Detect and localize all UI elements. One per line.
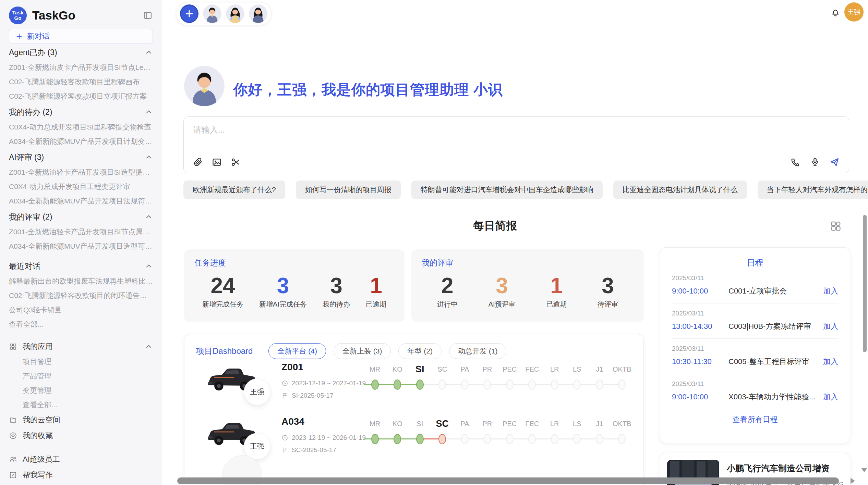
sidebar-item[interactable]: 我的云空间 [9,412,153,428]
join-link[interactable]: 加入 [823,321,838,332]
scissors-icon[interactable] [230,157,241,167]
sidebar-sub-item[interactable]: 项目管理 [9,355,153,369]
flag-icon [281,447,288,453]
sidebar-list-item[interactable]: Z001-全新燃油皮卡产品开发项目SI节点Lesson Learn报告 [9,60,153,75]
project-row[interactable]: 王强Z0012023-12-19 ~ 2027-01-19SI-2025-05-… [184,360,643,413]
milestone-dot [438,380,446,390]
send-icon[interactable] [829,157,840,167]
chevron-up-icon[interactable] [145,108,153,116]
milestone-step: MR [364,416,386,454]
sidebar-item[interactable]: 创意制图 [9,483,153,485]
sidebar-list-item[interactable]: 查看全部... [9,317,153,332]
sidebar-list-item[interactable]: A034-全新新能源MUV产品开发项目造型可行性评审 [9,239,153,253]
milestone-dot [371,434,379,444]
sidebar-item-my-apps[interactable]: 我的应用 [9,339,153,355]
milestone-dot [528,380,536,390]
sidebar-list-item[interactable]: Z001-全新燃油轻卡产品开发项目SI造型提交物评审 [9,165,153,179]
sidebar-section-header[interactable]: 最近对话 [9,258,153,274]
chevron-up-icon[interactable] [145,262,153,270]
sidebar-list-item[interactable]: 公司Q3轻卡销量 [9,303,153,317]
logo-line2: Go [14,15,22,21]
milestone-step: PA [454,362,476,399]
new-chat-label: 新对话 [27,31,50,41]
sidebar-item[interactable]: AI超级员工 [9,451,153,467]
sidebar-sub-item[interactable]: 查看全部... [9,398,153,412]
sidebar-sub-item[interactable]: 变更管理 [9,383,153,398]
event-date: 2025/03/11 [672,380,838,388]
join-link[interactable]: 加入 [823,392,838,402]
sidebar-item[interactable]: 帮我写作 [9,467,153,483]
dashboard-filter-pill[interactable]: 全新平台 (4) [268,343,326,359]
vertical-scrollbar[interactable] [863,215,867,352]
new-chat-button[interactable]: 新对话 [9,29,153,44]
chevron-up-icon[interactable] [145,343,153,351]
sidebar-section-header[interactable]: Agent已办 (3) [9,45,153,60]
agent-avatar[interactable] [226,4,244,23]
suggestion-chip[interactable]: 当下年轻人对汽车外观有怎样的喜好趋势 [758,181,868,199]
grid-icon[interactable] [830,220,842,232]
milestone-step: OKTB [611,416,634,454]
sidebar-list-item[interactable]: 解释最新出台的欧盟报废车法规再生塑料比例被调至15%... [9,274,153,288]
horizontal-scrollbar[interactable] [177,477,839,484]
dashboard-filter-pill[interactable]: 全新上装 (3) [334,343,391,359]
suggestion-chip[interactable]: 比亚迪全固态电池计划具体说了什么 [613,181,747,199]
image-icon[interactable] [212,157,222,167]
plus-icon [184,9,194,19]
stat-item: 2进行中 [437,273,458,309]
sidebar-section-header[interactable]: 我的待办 (2) [9,104,153,120]
sidebar-list-item[interactable]: A034-全新新能源MUV产品开发项目计划变更表编写 [9,134,153,149]
milestone-dot [506,434,514,444]
sidebar-item[interactable]: 我的收藏 [9,428,153,444]
app-window: Task Go TaskGo 新对话 Agent已办 (3)Z001-全新燃油皮… [0,0,868,485]
user-avatar[interactable]: 王强 [844,2,864,22]
quick-access-bar [176,2,272,25]
chevron-up-icon[interactable] [145,153,153,161]
scroll-right-arrow-icon[interactable] [851,478,855,484]
agent-avatar[interactable] [203,4,221,23]
write-icon [9,471,17,479]
event-time: 9:00-10:00 [672,393,728,401]
phone-icon[interactable] [790,157,801,167]
collapse-sidebar-icon[interactable] [143,10,153,21]
chevron-up-icon[interactable] [145,213,153,221]
milestone-label: KO [386,362,409,377]
add-agent-button[interactable] [180,4,198,23]
milestone-label: J1 [588,362,611,377]
microphone-icon[interactable] [810,157,820,167]
dashboard-filter-pill[interactable]: 动总开发 (1) [449,343,507,359]
bell-icon[interactable] [830,7,841,18]
suggestion-chip[interactable]: 欧洲新规最近颁布了什么? [183,181,285,199]
milestone-step: SI [409,362,431,399]
stat-label: AI预评审 [489,300,516,309]
milestone-dot [483,434,491,444]
sidebar-list-item[interactable]: C02-飞腾新能源轻客改款项目的闭环通告反馈情况 [9,288,153,303]
view-all-schedule-link[interactable]: 查看所有日程 [660,414,850,425]
scroll-down-arrow-icon[interactable] [861,468,867,472]
chat-input-box[interactable]: 请输入... [183,116,849,173]
sidebar-list-item[interactable]: Z001-全新燃油轻卡产品开发项目SI节点属性5D文件评审 [9,225,153,239]
sidebar-list-item[interactable]: C0X4-动力总成开发项目工程变更评审 [9,179,153,194]
paperclip-icon[interactable] [193,157,203,167]
sidebar-section-header[interactable]: 我的评审 (2) [9,209,153,225]
stat-item: 3新增AI完成任务 [259,273,307,309]
suggestion-chip[interactable]: 特朗普可能对进口汽车增税会对中国车企造成哪些影响 [411,181,603,199]
suggestion-chip[interactable]: 如何写一份清晰的项目周报 [296,181,401,199]
stat-value: 3 [598,273,618,298]
milestone-step: KO [386,416,409,454]
sidebar-list-item[interactable]: C02-飞腾新能源轻客改款项目里程碑画布 [9,75,153,89]
sidebar-list-item[interactable]: C02-飞腾新能源轻客改款项目立项汇报方案 [9,89,153,103]
sidebar-section-header[interactable]: AI评审 (3) [9,149,153,165]
join-link[interactable]: 加入 [823,286,838,296]
agent-avatar[interactable] [249,4,267,23]
milestone-label: PR [476,416,499,431]
milestone-dot [551,434,558,444]
dashboard-filter-pill[interactable]: 年型 (2) [398,343,442,359]
sidebar-list-item[interactable]: A034-全新新能源MUV产品开发项目法规符合性评审 [9,194,153,208]
chevron-up-icon[interactable] [145,48,153,57]
sidebar-sub-item[interactable]: 产品管理 [9,369,153,383]
schedule-title: 日程 [660,257,850,268]
join-link[interactable]: 加入 [823,357,838,367]
sidebar-list-item[interactable]: C0X4-动力总成开发项目SI里程碑提交物检查 [9,120,153,134]
project-code: Z001 [281,362,303,373]
stat-item: 24新增完成任务 [202,273,243,309]
